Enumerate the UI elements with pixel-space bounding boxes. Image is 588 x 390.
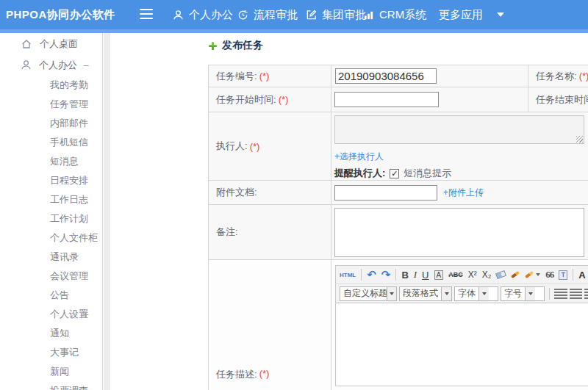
strikethrough-button[interactable]: ABC [448, 271, 463, 278]
chevron-down-icon [478, 287, 489, 300]
app-logo: PHPOA协同办公软件 [6, 0, 115, 29]
nav-label: 更多应用 [439, 8, 483, 22]
sidebar-item-work-plan[interactable]: 工作计划 [0, 209, 102, 228]
nav-crm-system[interactable]: CRM系统 [363, 0, 426, 29]
top-bar: PHPOA协同办公软件 个人办公 流程审批 [0, 0, 588, 29]
font-color-button[interactable]: A [578, 270, 588, 281]
start-time-label: 任务开始时间:(*) [209, 87, 331, 112]
subscript-button[interactable]: X₂ [482, 270, 492, 280]
phpoa-app: PHPOA协同办公软件 个人办公 流程审批 [0, 0, 588, 390]
sidebar-item-my-attendance[interactable]: 我的考勤 [0, 76, 102, 95]
format-brush-icon[interactable] [511, 273, 520, 276]
sidebar-item-announcement[interactable]: 公告 [0, 286, 102, 305]
expand-icon[interactable]: + [83, 308, 89, 320]
user-icon [173, 10, 184, 21]
nav-label: 集团审批 [322, 8, 366, 22]
sidebar-item-task-management[interactable]: 任务管理 [0, 95, 102, 114]
font-family-dropdown[interactable]: 字体 [454, 286, 498, 301]
sidebar-item-short-message[interactable]: 短消息 [0, 152, 102, 171]
remark-textarea[interactable] [334, 208, 584, 257]
sms-remind-label: 短消息提示 [404, 167, 451, 180]
blockquote-button[interactable]: 66 [545, 269, 553, 281]
align-right-icon[interactable] [584, 289, 588, 299]
editor-toolbar-row1: HTML ↶ ↷ B I U A ABC X² X₂ [336, 266, 588, 284]
sms-remind-checkbox[interactable]: ✓ [390, 169, 399, 178]
boxed-a-button[interactable]: A [434, 270, 444, 280]
sidebar-item-label: 个人桌面 [40, 37, 78, 51]
chevron-down-icon [441, 287, 451, 300]
top-bar-accent-strip [0, 29, 588, 33]
chevron-down-icon [525, 287, 535, 300]
sidebar: 个人桌面 个人办公 − 我的考勤 任务管理 内部邮件 手机短信 短消息 日程安排… [0, 33, 103, 390]
start-time-input[interactable] [334, 92, 439, 107]
nav-label: 个人办公 [189, 8, 233, 22]
nav-personal-office[interactable]: 个人办公 [173, 0, 233, 29]
rich-text-editor: HTML ↶ ↷ B I U A ABC X² X₂ [335, 265, 588, 386]
italic-button[interactable]: I [414, 269, 417, 281]
bar-chart-icon [363, 10, 374, 21]
attachment-label: 附件文档: [209, 181, 331, 204]
underline-button[interactable]: U [422, 270, 429, 281]
page-title: 发布任务 [208, 39, 263, 52]
paste-text-icon[interactable]: T [559, 270, 567, 280]
end-time-label: 任务结束时间:(*) [528, 87, 588, 112]
choose-executor-link[interactable]: +选择执行人 [334, 151, 384, 163]
attachment-input[interactable] [334, 185, 437, 201]
redo-icon[interactable]: ↷ [381, 268, 391, 281]
sidebar-item-milestones[interactable]: 大事记 [0, 343, 102, 362]
highlight-wand-icon[interactable] [525, 273, 540, 276]
nav-more-apps[interactable]: 更多应用 [439, 0, 504, 29]
executor-label: 执行人:(*) [209, 112, 331, 180]
nav-flow-approval[interactable]: 流程审批 [237, 0, 298, 29]
sidebar-item-personal-settings[interactable]: 个人设置 + [0, 305, 102, 324]
sidebar-splitter[interactable] [104, 33, 110, 390]
sidebar-item-personal-office[interactable]: 个人办公 − [0, 54, 102, 76]
html-source-button[interactable]: HTML [340, 272, 356, 278]
nav-group-approval[interactable]: 集团审批 [306, 0, 366, 29]
sidebar-item-news[interactable]: 新闻 [0, 362, 102, 381]
edit-approval-icon [306, 10, 317, 21]
user-icon [21, 59, 32, 71]
caret-down-icon [497, 12, 504, 17]
menu-toggle-icon[interactable] [140, 9, 154, 21]
sidebar-item-internal-mail[interactable]: 内部邮件 [0, 114, 102, 133]
sidebar-item-contacts[interactable]: 通讯录 [0, 248, 102, 267]
sidebar-item-personal-cabinet[interactable]: 个人文件柜 [0, 228, 102, 248]
home-icon [21, 38, 32, 50]
sidebar-item-schedule[interactable]: 日程安排 [0, 171, 102, 190]
collapse-icon[interactable]: − [83, 59, 89, 71]
sidebar-item-meeting-management[interactable]: 会议管理 [0, 267, 102, 286]
sidebar-item-notice[interactable]: 通知 [0, 324, 102, 343]
sidebar-item-vote-survey[interactable]: 投票调查 [0, 381, 102, 390]
sidebar-item-personal-desktop[interactable]: 个人桌面 [0, 34, 102, 54]
align-left-icon[interactable] [554, 289, 567, 299]
font-size-dropdown[interactable]: 字号 [501, 286, 545, 301]
remind-executor-label: 提醒执行人: [334, 167, 385, 180]
sidebar-item-work-log[interactable]: 工作日志 [0, 190, 102, 209]
eraser-icon[interactable] [496, 272, 506, 278]
custom-title-dropdown[interactable]: 自定义标题 [340, 286, 397, 301]
nav-label: CRM系统 [379, 8, 426, 22]
chevron-down-icon [387, 287, 396, 300]
align-center-icon[interactable] [570, 289, 582, 299]
superscript-button[interactable]: X² [468, 270, 477, 280]
description-label: 任务描述:(*) [209, 260, 331, 390]
paragraph-format-dropdown[interactable]: 段落格式 [399, 286, 452, 301]
task-no-label: 任务编号:(*) [209, 65, 331, 87]
nav-label: 流程审批 [254, 8, 298, 22]
task-name-label: 任务名称:(*) [528, 65, 588, 87]
attachment-upload-link[interactable]: +附件上传 [443, 187, 484, 199]
remark-label: 备注: [209, 205, 331, 259]
sidebar-item-mobile-sms[interactable]: 手机短信 [0, 133, 102, 152]
page-title-text: 发布任务 [222, 39, 263, 52]
flow-approval-icon [237, 10, 248, 21]
executor-textarea[interactable] [334, 115, 584, 144]
task-no-input[interactable] [335, 68, 437, 84]
editor-toolbar-row2: 自定义标题 段落格式 字体 字号 [336, 284, 588, 303]
publish-task-form: 任务编号:(*) 任务名称:(*) 任务开始时间:(*) 任务结束时间:(*) [208, 65, 588, 390]
sidebar-item-label: 个人办公 [39, 59, 77, 72]
undo-icon[interactable]: ↶ [367, 268, 376, 281]
add-plus-icon [208, 41, 218, 51]
bold-button[interactable]: B [401, 270, 408, 281]
editor-content-area[interactable] [336, 303, 588, 386]
